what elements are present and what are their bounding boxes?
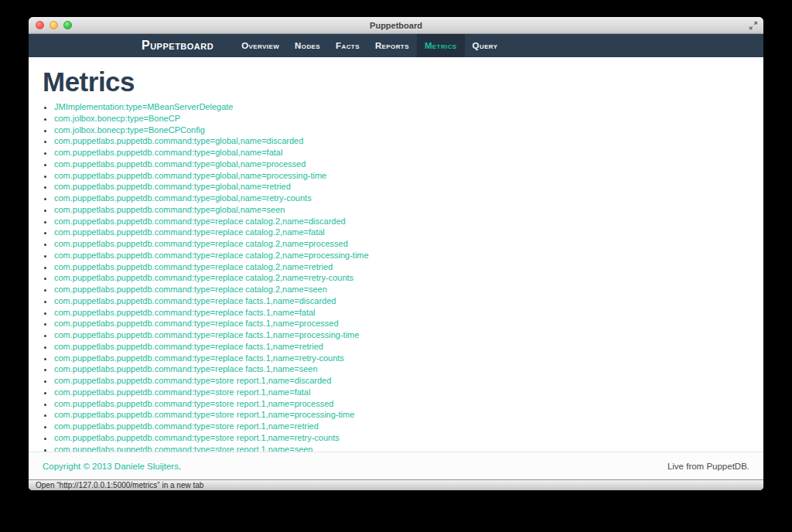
metric-list-item: com.puppetlabs.puppetdb.command:type=rep… [54,318,763,329]
metric-list-item: com.puppetlabs.puppetdb.command:type=glo… [54,159,763,170]
metric-link[interactable]: com.puppetlabs.puppetdb.command:type=rep… [54,330,359,339]
nav-item-overview[interactable]: Overview [234,34,287,57]
metric-link[interactable]: com.puppetlabs.puppetdb.command:type=rep… [54,342,323,351]
metric-list-item: com.jolbox.bonecp:type=BoneCP [54,113,763,124]
metric-list-item: com.puppetlabs.puppetdb.command:type=glo… [54,204,763,216]
copyright-prefix: Copyright © 2013 [43,462,114,471]
metric-link[interactable]: com.puppetlabs.puppetdb.command:type=sto… [54,376,331,385]
metric-list-item: JMImplementation:type=MBeanServerDelegat… [54,101,763,113]
window-titlebar: Puppetboard [29,17,763,34]
metric-link[interactable]: com.puppetlabs.puppetdb.command:type=glo… [54,148,282,157]
metric-list-item: com.puppetlabs.puppetdb.command:type=glo… [54,147,763,159]
metric-link[interactable]: com.puppetlabs.puppetdb.command:type=rep… [54,308,316,317]
metric-list-item: com.jolbox.bonecp:type=BoneCPConfig [54,124,763,136]
copyright-period: . [179,462,181,471]
metric-link[interactable]: com.puppetlabs.puppetdb.command:type=rep… [54,227,325,237]
metric-list-item: com.puppetlabs.puppetdb.command:type=rep… [54,307,763,319]
main-navbar: Puppetboard OverviewNodesFactsReportsMet… [29,34,763,57]
page-footer: Copyright © 2013 Daniele Sluijters. Live… [29,452,763,479]
metric-list-item: com.puppetlabs.puppetdb.command:type=sto… [54,375,763,387]
copyright-author-link[interactable]: Daniele Sluijters [114,462,179,471]
metric-link[interactable]: com.puppetlabs.puppetdb.command:type=sto… [54,387,310,397]
metric-link[interactable]: com.puppetlabs.puppetdb.command:type=glo… [54,136,303,145]
metric-link[interactable]: JMImplementation:type=MBeanServerDelegat… [54,102,233,111]
window-title: Puppetboard [29,21,763,30]
metric-list-item: com.puppetlabs.puppetdb.command:type=rep… [54,353,763,364]
metric-list-item: com.puppetlabs.puppetdb.command:type=rep… [54,227,763,238]
main-content: Metrics JMImplementation:type=MBeanServe… [29,57,763,452]
metric-list-item: com.puppetlabs.puppetdb.command:type=rep… [54,216,763,227]
copyright-text: Copyright © 2013 Daniele Sluijters. [43,462,181,471]
nav-item-query[interactable]: Query [465,34,506,57]
metric-list-item: com.puppetlabs.puppetdb.command:type=glo… [54,193,763,204]
metric-link[interactable]: com.jolbox.bonecp:type=BoneCPConfig [54,125,205,135]
metric-link[interactable]: com.puppetlabs.puppetdb.command:type=sto… [54,445,313,452]
live-from-puppetdb-text: Live from PuppetDB. [667,462,749,471]
nav-items: OverviewNodesFactsReportsMetricsQuery [234,34,505,57]
metric-link[interactable]: com.puppetlabs.puppetdb.command:type=rep… [54,262,333,271]
metric-link[interactable]: com.puppetlabs.puppetdb.command:type=sto… [54,421,319,431]
metric-link[interactable]: com.puppetlabs.puppetdb.command:type=glo… [54,193,312,203]
metric-link[interactable]: com.puppetlabs.puppetdb.command:type=sto… [54,399,333,408]
app-window: Puppetboard Puppetboard OverviewNodesFac… [29,17,763,490]
metric-link[interactable]: com.puppetlabs.puppetdb.command:type=rep… [54,364,318,373]
metric-link[interactable]: com.puppetlabs.puppetdb.command:type=rep… [54,353,344,363]
metric-list-item: com.puppetlabs.puppetdb.command:type=rep… [54,261,763,273]
metric-link[interactable]: com.puppetlabs.puppetdb.command:type=glo… [54,182,291,191]
nav-item-nodes[interactable]: Nodes [287,34,328,57]
metric-link[interactable]: com.puppetlabs.puppetdb.command:type=rep… [54,251,369,260]
metric-list-item: com.puppetlabs.puppetdb.command:type=sto… [54,444,763,452]
metric-list-item: com.puppetlabs.puppetdb.command:type=rep… [54,284,763,295]
metric-list-item: com.puppetlabs.puppetdb.command:type=rep… [54,238,763,250]
metric-list-item: com.puppetlabs.puppetdb.command:type=rep… [54,272,763,284]
metric-link[interactable]: com.puppetlabs.puppetdb.command:type=rep… [54,296,336,305]
metric-link[interactable]: com.puppetlabs.puppetdb.command:type=sto… [54,433,340,442]
metric-link[interactable]: com.puppetlabs.puppetdb.command:type=rep… [54,273,353,282]
metric-link[interactable]: com.puppetlabs.puppetdb.command:type=rep… [54,319,339,328]
metric-list-item: com.puppetlabs.puppetdb.command:type=sto… [54,421,763,432]
metric-link[interactable]: com.puppetlabs.puppetdb.command:type=rep… [54,239,348,248]
metric-list-item: com.puppetlabs.puppetdb.command:type=sto… [54,432,763,444]
metric-list-item: com.puppetlabs.puppetdb.command:type=rep… [54,341,763,353]
metric-link[interactable]: com.puppetlabs.puppetdb.command:type=rep… [54,285,327,294]
metric-list-item: com.puppetlabs.puppetdb.command:type=rep… [54,250,763,261]
nav-item-facts[interactable]: Facts [328,34,367,57]
nav-item-metrics[interactable]: Metrics [417,34,465,57]
page-title: Metrics [43,66,763,97]
metric-list-item: com.puppetlabs.puppetdb.command:type=rep… [54,329,763,341]
metric-link[interactable]: com.puppetlabs.puppetdb.command:type=glo… [54,205,285,214]
metric-list-item: com.puppetlabs.puppetdb.command:type=rep… [54,295,763,307]
nav-item-reports[interactable]: Reports [367,34,417,57]
metric-link[interactable]: com.puppetlabs.puppetdb.command:type=glo… [54,171,326,180]
metric-link[interactable]: com.puppetlabs.puppetdb.command:type=sto… [54,410,354,419]
navbar-brand[interactable]: Puppetboard [142,34,223,57]
metric-list-item: com.puppetlabs.puppetdb.command:type=sto… [54,387,763,398]
metric-list-item: com.puppetlabs.puppetdb.command:type=glo… [54,181,763,193]
fullscreen-diagonal-arrows-icon[interactable] [748,20,758,30]
status-bar-text: Open “http://127.0.0.1:5000/metrics” in … [36,481,203,489]
metric-link[interactable]: com.puppetlabs.puppetdb.command:type=rep… [54,217,346,226]
metric-link[interactable]: com.jolbox.bonecp:type=BoneCP [54,114,180,123]
metric-list-item: com.puppetlabs.puppetdb.command:type=sto… [54,398,763,410]
metric-list-item: com.puppetlabs.puppetdb.command:type=rep… [54,363,763,375]
metric-list-item: com.puppetlabs.puppetdb.command:type=glo… [54,170,763,182]
metrics-list: JMImplementation:type=MBeanServerDelegat… [29,101,763,452]
browser-status-bar: Open “http://127.0.0.1:5000/metrics” in … [29,479,763,490]
metric-link[interactable]: com.puppetlabs.puppetdb.command:type=glo… [54,159,306,169]
metric-list-item: com.puppetlabs.puppetdb.command:type=sto… [54,409,763,421]
metric-list-item: com.puppetlabs.puppetdb.command:type=glo… [54,135,763,147]
